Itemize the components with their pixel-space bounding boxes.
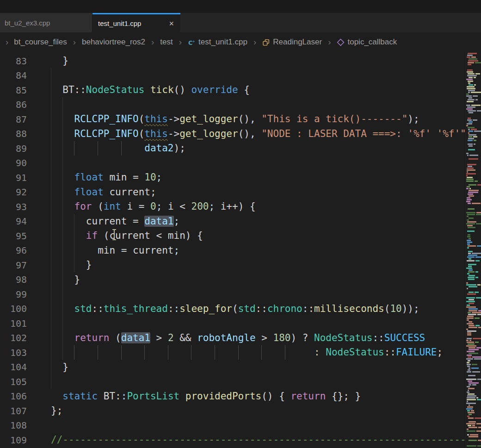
minimap-line: [477, 314, 481, 315]
breadcrumb-item-readinglaser[interactable]: ReadingLaser: [262, 37, 322, 47]
minimap-line: [469, 155, 478, 156]
code-line[interactable]: 109//-----------------------------------…: [0, 433, 481, 448]
code-area[interactable]: 83 }8485 BT::NodeStatus tick() override …: [0, 52, 481, 448]
minimap-line: [468, 227, 475, 228]
minimap-line: [475, 325, 480, 326]
chevron-right-icon: ›: [179, 37, 182, 47]
code-line[interactable]: 93 for (int i = 0; i < 200; i++) {: [0, 199, 481, 214]
minimap-line: [469, 414, 472, 415]
line-number: 105: [0, 376, 27, 387]
minimap-line: [467, 332, 471, 334]
minimap-line: [466, 297, 475, 299]
code-line[interactable]: 103 : NodeStatus::FAILURE;: [0, 345, 481, 360]
minimap-line: [468, 277, 475, 278]
tab-test-unit1[interactable]: test_unit1.cpp ×: [92, 13, 180, 32]
code-line[interactable]: 83 }: [0, 54, 481, 68]
minimap-line: [468, 132, 469, 134]
code-text: //--------------------------------------…: [51, 433, 481, 448]
minimap-line: [467, 243, 470, 245]
breadcrumb-item-test[interactable]: test: [160, 37, 173, 47]
minimap[interactable]: [465, 52, 481, 448]
minimap-line: [467, 323, 474, 324]
breadcrumb-item-behaviortree-ros2[interactable]: behaviortree_ros2: [82, 37, 145, 47]
minimap-line: [466, 179, 474, 180]
breadcrumb-item-bt-course-files[interactable]: bt_course_files: [14, 37, 67, 47]
tab-bt-u2-ex3[interactable]: bt_u2_ex3.cpp: [0, 13, 92, 32]
line-number: 107: [0, 405, 27, 417]
minimap-line: [467, 260, 475, 261]
minimap-line: [467, 221, 476, 223]
minimap-line: [466, 125, 468, 126]
code-line[interactable]: 85 BT::NodeStatus tick() override {: [0, 83, 481, 98]
code-line[interactable]: 86: [0, 98, 481, 112]
minimap-line: [467, 186, 470, 187]
code-line[interactable]: 91 float min = 10;: [0, 170, 481, 185]
code-line[interactable]: 88 RCLCPP_INFO(this->get_logger(), "NODE…: [0, 127, 481, 142]
minimap-line: [467, 429, 469, 430]
minimap-line: [467, 355, 472, 356]
minimap-line: [469, 77, 473, 78]
code-line[interactable]: 99: [0, 287, 481, 302]
code-line[interactable]: 94 current = data1;: [0, 214, 481, 229]
minimap-line: [469, 84, 473, 86]
code-line[interactable]: 89 data2);: [0, 141, 481, 156]
minimap-line: [468, 127, 475, 128]
breadcrumb-item-test-unit1-cpp[interactable]: C+ test_unit1.cpp: [188, 37, 247, 47]
code-text: data2);: [51, 141, 185, 156]
code-line[interactable]: 101: [0, 316, 481, 331]
code-line[interactable]: 96 min = current;: [0, 243, 481, 258]
close-icon[interactable]: ×: [168, 19, 175, 28]
minimap-line: [474, 84, 476, 86]
minimap-line: [468, 143, 473, 145]
minimap-line: [466, 403, 476, 404]
code-line[interactable]: 90: [0, 156, 481, 171]
minimap-line: [466, 79, 473, 80]
code-line[interactable]: 84: [0, 68, 481, 83]
minimap-line: [467, 399, 476, 400]
minimap-line: [467, 364, 471, 365]
minimap-line: [467, 386, 470, 387]
minimap-line: [472, 312, 481, 313]
chevron-right-icon: ›: [151, 37, 154, 47]
code-line[interactable]: 106 static BT::PortsList providedPorts()…: [0, 389, 481, 404]
code-line[interactable]: 98 }: [0, 273, 481, 287]
code-line[interactable]: 97 }: [0, 258, 481, 273]
minimap-line: [475, 180, 478, 182]
minimap-line: [474, 358, 481, 360]
code-editor[interactable]: 83 }8485 BT::NodeStatus tick() override …: [0, 52, 481, 448]
minimap-line: [476, 347, 481, 348]
minimap-line: [468, 110, 476, 112]
minimap-line: [475, 342, 479, 343]
code-line[interactable]: 107};: [0, 404, 481, 418]
code-line[interactable]: 104 }: [0, 360, 481, 375]
code-line[interactable]: 87 RCLCPP_INFO(this->get_logger(), "This…: [0, 112, 481, 127]
minimap-line: [472, 253, 481, 254]
code-line[interactable]: 95 if (current < min) {: [0, 229, 481, 243]
minimap-line: [468, 140, 473, 141]
chevron-right-icon: ›: [73, 37, 76, 47]
minimap-line: [477, 379, 481, 380]
minimap-line: [472, 384, 476, 386]
minimap-line: [467, 342, 474, 343]
minimap-line: [468, 193, 473, 195]
minimap-line: [476, 423, 481, 424]
minimap-line: [469, 303, 474, 304]
code-line[interactable]: 92 float current;: [0, 185, 481, 200]
minimap-line: [469, 421, 476, 423]
breadcrumb-item-topic-callback[interactable]: topic_callback: [337, 37, 397, 47]
code-text: if (current < min) {: [51, 229, 203, 243]
svg-text:+: +: [192, 39, 195, 43]
minimap-line: [476, 397, 478, 398]
minimap-line: [477, 184, 481, 186]
code-line[interactable]: 105: [0, 374, 481, 389]
code-line[interactable]: 108: [0, 418, 481, 433]
minimap-line: [475, 277, 478, 278]
minimap-line: [469, 269, 473, 271]
minimap-line: [467, 225, 473, 226]
code-text: min = current;: [51, 243, 179, 258]
code-line[interactable]: 100 std::this_thread::sleep_for(std::chr…: [0, 302, 481, 317]
minimap-line: [468, 53, 477, 54]
code-text: float min = 10;: [51, 170, 162, 185]
minimap-line: [466, 105, 470, 106]
code-line[interactable]: 102 return (data1 > 2 && robotAngle > 18…: [0, 331, 481, 346]
